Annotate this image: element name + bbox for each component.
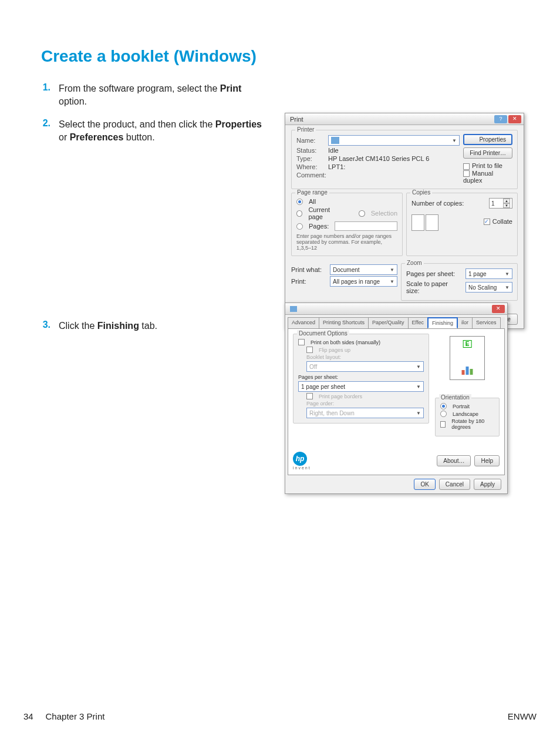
tab-effects[interactable]: Effec xyxy=(408,317,428,328)
step-text: Select the product, and then click the P… xyxy=(59,118,264,143)
pages-hint: Enter page numbers and/or page ranges se… xyxy=(296,233,397,251)
print-to-file-checkbox[interactable] xyxy=(463,163,470,170)
print-what-label: Print what: xyxy=(291,266,326,273)
zoom-pps-combo[interactable]: 1 page▼ xyxy=(465,268,512,279)
chevron-down-icon: ▼ xyxy=(390,267,394,273)
print-range-combo[interactable]: All pages in range▼ xyxy=(330,276,397,287)
status-value: Idle xyxy=(328,147,339,154)
chevron-down-icon: ▼ xyxy=(416,364,421,369)
pps-combo[interactable]: 1 page per sheet▼ xyxy=(298,381,424,392)
chevron-down-icon: ▼ xyxy=(505,285,510,290)
cancel-button[interactable]: Cancel xyxy=(439,479,470,490)
print-what-combo[interactable]: Document▼ xyxy=(330,264,397,275)
footer-right: ENWW xyxy=(508,711,537,721)
pps-value: 1 page per sheet xyxy=(301,384,345,390)
current-page-radio[interactable] xyxy=(296,210,302,217)
help-button[interactable]: Help xyxy=(474,455,500,466)
about-button[interactable]: About… xyxy=(437,455,471,466)
page-order-combo: Right, then Down▼ xyxy=(306,408,424,418)
print-to-file-label: Print to file xyxy=(472,162,502,169)
all-label: All xyxy=(309,198,316,205)
chevron-down-icon: ▼ xyxy=(505,271,510,277)
tab-paper-quality[interactable]: Paper/Quality xyxy=(368,317,409,328)
all-radio[interactable] xyxy=(296,199,303,205)
document-options-group: Document Options Print on both sides (ma… xyxy=(293,334,429,424)
landscape-radio[interactable] xyxy=(440,411,447,417)
collate-checkbox[interactable] xyxy=(484,219,490,225)
num-copies-label: Number of copies: xyxy=(411,200,485,207)
spinner-down-icon[interactable]: ▼ xyxy=(503,203,510,208)
properties-button[interactable]: Properties xyxy=(463,134,512,145)
booklet-value: Off xyxy=(309,364,317,370)
close-icon[interactable]: ✕ xyxy=(492,305,505,313)
num-copies-value: 1 xyxy=(491,200,495,207)
page-number: 34 xyxy=(23,711,33,721)
tab-color[interactable]: ilor xyxy=(457,317,473,328)
tab-advanced[interactable]: Advanced xyxy=(288,317,319,328)
comment-label: Comment: xyxy=(296,172,325,179)
page-heading: Create a booklet (Windows) xyxy=(41,47,525,66)
finishing-dialog: ✕ Advanced Printing Shortcuts Paper/Qual… xyxy=(285,303,508,494)
page-range-group: Page range All Current page Selection Pa… xyxy=(291,193,403,256)
step-number: 2. xyxy=(41,118,59,129)
step-text: Click the Finishing tab. xyxy=(59,320,264,332)
group-legend: Printer xyxy=(295,126,316,133)
print-both-sides-checkbox[interactable] xyxy=(298,339,305,345)
flip-pages-up-label: Flip pages up xyxy=(319,347,350,353)
step-number: 3. xyxy=(41,320,59,330)
type-label: Type: xyxy=(296,155,325,162)
num-copies-input[interactable]: 1 ▲▼ xyxy=(489,198,512,209)
current-page-label: Current page xyxy=(308,206,343,220)
manual-duplex-checkbox[interactable] xyxy=(463,170,470,177)
find-printer-button[interactable]: Find Printer… xyxy=(463,147,512,159)
print-dialog: Print ? ✕ Printer Name: xyxy=(285,113,524,329)
spinner-up-icon[interactable]: ▲ xyxy=(503,199,510,203)
scale-value: No Scaling xyxy=(468,284,497,291)
print-page-borders-checkbox xyxy=(306,393,313,399)
step-number: 1. xyxy=(41,82,59,93)
scale-combo[interactable]: No Scaling▼ xyxy=(465,282,512,293)
chapter-label: Chapter 3 Print xyxy=(46,711,105,721)
type-value: HP LaserJet CM1410 Series PCL 6 xyxy=(328,155,429,162)
zoom-pps-value: 1 page xyxy=(468,271,487,277)
pages-input[interactable] xyxy=(335,221,397,231)
step-text: From the software program, select the Pr… xyxy=(59,82,264,107)
tab-services[interactable]: Services xyxy=(472,317,501,328)
pages-label: Pages: xyxy=(309,223,329,230)
collate-icon xyxy=(411,214,438,231)
pages-radio[interactable] xyxy=(296,223,303,230)
printer-icon xyxy=(290,306,297,312)
tab-finishing[interactable]: Finishing xyxy=(427,317,458,328)
orientation-group: Orientation Portrait Landscape Rotate by… xyxy=(435,398,500,436)
pps-label: Pages per sheet: xyxy=(298,374,338,380)
portrait-radio[interactable] xyxy=(440,403,447,409)
print-what-value: Document xyxy=(333,267,360,273)
step-1: 1. From the software program, select the… xyxy=(41,82,525,107)
help-icon[interactable]: ? xyxy=(494,115,507,123)
hp-logo-icon: hp xyxy=(293,452,307,466)
dialog-titlebar[interactable]: Print ? ✕ xyxy=(285,113,524,125)
ok-button[interactable]: OK xyxy=(414,479,435,490)
chevron-down-icon: ▼ xyxy=(416,384,421,389)
group-legend: Orientation xyxy=(439,394,471,401)
close-icon[interactable]: ✕ xyxy=(508,115,521,123)
name-label: Name: xyxy=(296,137,325,144)
tab-printing-shortcuts[interactable]: Printing Shortcuts xyxy=(319,317,369,328)
chevron-down-icon: ▼ xyxy=(452,138,457,143)
group-legend: Copies xyxy=(410,189,432,196)
dialog-title: Print xyxy=(290,116,303,123)
scale-label: Scale to paper size: xyxy=(406,280,462,294)
printer-name-combo[interactable]: ▼ xyxy=(328,135,460,146)
apply-button[interactable]: Apply xyxy=(474,479,501,490)
collate-label: Collate xyxy=(492,218,512,225)
group-legend: Document Options xyxy=(297,330,349,337)
dialog-titlebar[interactable]: ✕ xyxy=(285,303,507,315)
selection-label: Selection xyxy=(371,210,397,217)
page-order-value: Right, then Down xyxy=(309,410,355,416)
flip-pages-up-checkbox xyxy=(306,347,313,353)
portrait-label: Portrait xyxy=(453,404,470,409)
rotate-checkbox[interactable] xyxy=(440,421,446,428)
zoom-pps-label: Pages per sheet: xyxy=(406,270,462,277)
page-preview: E xyxy=(450,336,485,380)
rotate-label: Rotate by 180 degrees xyxy=(451,418,494,430)
